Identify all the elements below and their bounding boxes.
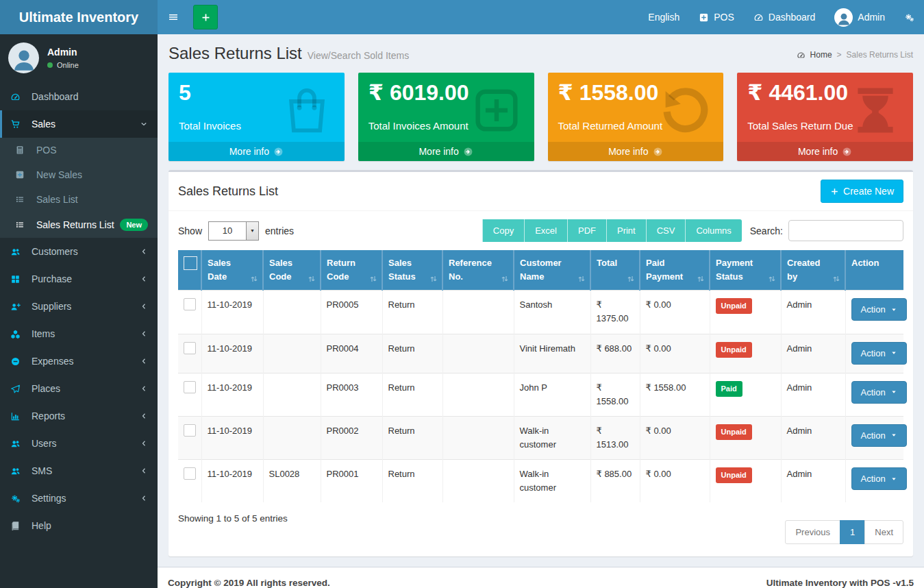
search-input[interactable] xyxy=(788,220,903,241)
select-all-checkbox[interactable] xyxy=(184,256,197,270)
sidebar-item[interactable]: Purchase xyxy=(0,265,158,293)
chevron-down-icon xyxy=(140,120,148,128)
previous-page-button[interactable]: Previous xyxy=(785,520,840,544)
page-number-button[interactable]: 1 xyxy=(840,520,865,544)
minus-circle-icon xyxy=(10,356,27,367)
plus-square-icon xyxy=(699,12,709,23)
sort-icon[interactable] xyxy=(832,274,841,284)
sort-icon[interactable] xyxy=(626,274,636,284)
sidebar-item[interactable]: Settings xyxy=(0,485,158,512)
cell-reference-no xyxy=(442,460,514,503)
export-button[interactable]: Columns xyxy=(685,219,741,242)
cell-sales-status: Return xyxy=(382,373,442,416)
export-button[interactable]: Copy xyxy=(482,219,524,242)
sort-icon[interactable] xyxy=(429,274,438,284)
cell-paid-payment: ₹ 0.00 xyxy=(640,291,710,334)
action-button[interactable]: Action xyxy=(851,298,907,321)
cell-total: ₹ 1558.00 xyxy=(590,373,640,416)
column-header[interactable]: Total xyxy=(590,250,640,291)
cell-reference-no xyxy=(442,291,514,334)
export-button[interactable]: Excel xyxy=(524,219,567,242)
sidebar-item[interactable]: Expenses xyxy=(0,347,158,375)
column-header[interactable]: Return Code xyxy=(321,250,382,291)
column-header[interactable]: Sales Date xyxy=(201,250,263,291)
content-header: Sales Returns List View/Search Sold Item… xyxy=(158,34,924,66)
sort-icon[interactable] xyxy=(369,274,378,284)
export-button[interactable]: Print xyxy=(606,219,646,242)
table-header-row: Sales Date Sales Code Return xyxy=(178,250,903,291)
column-header[interactable]: Sales Code xyxy=(263,250,321,291)
more-info-link[interactable]: More info xyxy=(737,142,913,161)
more-info-link[interactable]: More info xyxy=(358,142,534,161)
row-checkbox[interactable] xyxy=(184,342,196,354)
sidebar-item[interactable]: Suppliers xyxy=(0,293,158,320)
row-checkbox[interactable] xyxy=(184,424,196,437)
row-checkbox[interactable] xyxy=(184,467,196,480)
column-header[interactable]: Reference No. xyxy=(442,250,514,291)
sidebar-item[interactable]: Sales xyxy=(0,110,158,138)
brand-logo[interactable]: Ultimate Inventory xyxy=(0,0,158,34)
sort-icon[interactable] xyxy=(767,274,777,284)
info-box-label: Total Returned Amount xyxy=(558,120,714,132)
user-menu[interactable]: Admin xyxy=(825,0,895,34)
next-page-button[interactable]: Next xyxy=(864,520,903,544)
chevron-left-icon xyxy=(140,330,148,338)
info-box-value: ₹ 6019.00 xyxy=(369,80,524,106)
action-button[interactable]: Action xyxy=(851,467,907,490)
row-checkbox[interactable] xyxy=(184,298,196,310)
chevron-left-icon xyxy=(140,384,148,393)
column-header[interactable]: Created by xyxy=(781,250,845,291)
column-header[interactable]: Payment Status xyxy=(710,250,781,291)
sidebar-item[interactable]: SMS xyxy=(0,457,158,485)
paper-plane-icon xyxy=(10,384,27,394)
sidebar-item[interactable]: Reports xyxy=(0,402,158,430)
table-row: 11-10-2019 SL0028 PR0001 Return Walk-in … xyxy=(178,460,903,503)
sidebar-item[interactable]: Help xyxy=(0,512,158,539)
sort-icon[interactable] xyxy=(307,274,316,284)
breadcrumb-home[interactable]: Home xyxy=(810,50,832,60)
settings-menu[interactable] xyxy=(895,0,924,34)
nav-dashboard-link[interactable]: Dashboard xyxy=(744,0,825,34)
column-header[interactable]: Paid Payment xyxy=(640,250,710,291)
tachometer-icon xyxy=(10,92,27,102)
more-info-link[interactable]: More info xyxy=(168,142,345,161)
users-icon xyxy=(10,247,27,257)
language-menu[interactable]: English xyxy=(638,0,689,34)
calculator-icon xyxy=(15,145,32,155)
sidebar-item[interactable]: New Sales xyxy=(0,162,158,187)
sidebar-toggle-button[interactable] xyxy=(158,0,189,34)
sidebar-item[interactable]: Sales Returns List New xyxy=(0,212,158,238)
sidebar-item[interactable]: Dashboard xyxy=(0,83,158,110)
more-info-link[interactable]: More info xyxy=(548,142,724,161)
payment-status-badge: Unpaid xyxy=(716,424,752,440)
sales-returns-table: Sales Date Sales Code Return xyxy=(178,250,903,502)
column-header[interactable]: Customer Name xyxy=(514,250,590,291)
sidebar-item[interactable]: Users xyxy=(0,430,158,457)
export-button[interactable]: PDF xyxy=(567,219,606,242)
quick-add-button[interactable] xyxy=(193,5,218,29)
sidebar-item[interactable]: Places xyxy=(0,375,158,402)
page-length-select[interactable]: 10 ▼ xyxy=(208,221,259,241)
sidebar-item[interactable]: Items xyxy=(0,320,158,347)
sidebar-item[interactable]: Sales List xyxy=(0,187,158,212)
sidebar-item[interactable]: Customers xyxy=(0,238,158,265)
sort-icon[interactable] xyxy=(249,274,259,284)
sidebar-item[interactable]: POS xyxy=(0,138,158,162)
nav-pos-link[interactable]: POS xyxy=(689,0,744,34)
cell-payment-status: Unpaid xyxy=(710,334,781,373)
export-button[interactable]: CSV xyxy=(646,219,686,242)
action-button[interactable]: Action xyxy=(851,381,907,404)
page-title: Sales Returns List xyxy=(168,44,302,63)
sort-icon[interactable] xyxy=(577,274,586,284)
action-button[interactable]: Action xyxy=(851,342,907,365)
cell-sales-status: Return xyxy=(382,334,442,373)
action-button[interactable]: Action xyxy=(851,424,907,447)
create-new-button[interactable]: Create New xyxy=(821,180,903,203)
column-header[interactable]: Sales Status xyxy=(382,250,442,291)
cell-paid-payment: ₹ 0.00 xyxy=(640,334,710,373)
sort-icon[interactable] xyxy=(696,274,706,284)
column-header[interactable]: Action xyxy=(845,250,903,291)
row-checkbox[interactable] xyxy=(184,381,196,393)
payment-status-badge: Paid xyxy=(716,381,742,397)
sort-icon[interactable] xyxy=(500,274,510,284)
